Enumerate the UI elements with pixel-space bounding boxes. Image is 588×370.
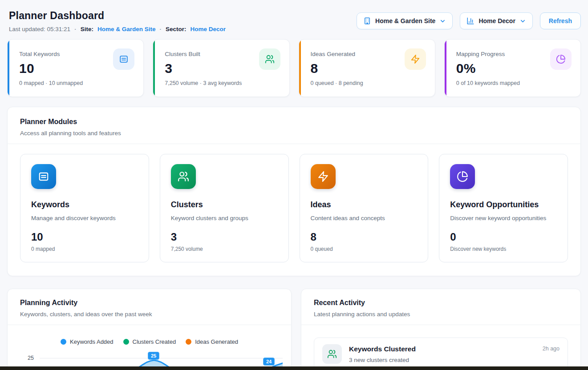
site-selector-dropdown[interactable]: Home & Garden Site <box>357 12 453 29</box>
stat-card-mapping-progress[interactable]: Mapping Progress 0% 0 of 10 keywords map… <box>444 39 581 97</box>
module-value: 8 <box>311 231 418 243</box>
stat-subtext: 0 mapped · 10 unmapped <box>19 80 133 86</box>
header-meta: Last updated: 05:31:21 · Site: Home & Ga… <box>9 26 226 32</box>
stat-subtext: 7,250 volume · 3 avg keywords <box>165 80 278 86</box>
module-value: 10 <box>31 231 138 243</box>
meta-separator: · <box>159 26 162 32</box>
module-description: Discover new keyword opportunities <box>450 215 557 221</box>
divider <box>301 325 580 325</box>
module-description: Manage and discover keywords <box>31 215 138 221</box>
stat-subtext: 0 queued · 8 pending <box>311 80 424 86</box>
module-description: Keyword clusters and groups <box>171 215 278 221</box>
sector-link[interactable]: Home Decor <box>190 26 226 32</box>
module-description: Content ideas and concepts <box>311 215 418 221</box>
activity-item-title: Keywords Clustered <box>349 345 535 353</box>
planner-modules-section: Planner Modules Access all planning tool… <box>7 107 581 276</box>
legend-dot-blue <box>61 339 66 345</box>
legend-label: Keywords Added <box>70 338 114 345</box>
data-point-label-peak: 25 <box>148 352 159 360</box>
site-link[interactable]: Home & Garden Site <box>97 26 156 32</box>
module-card-clusters[interactable]: Clusters Keyword clusters and groups 3 7… <box>160 154 289 262</box>
stat-card-total-keywords[interactable]: Total Keywords 10 0 mapped · 10 unmapped <box>7 39 144 97</box>
recent-activity-subtitle: Latest planning actions and updates <box>314 311 568 318</box>
stat-card-clusters-built[interactable]: Clusters Built 3 7,250 volume · 3 avg ke… <box>153 39 289 97</box>
activity-item-keywords-clustered[interactable]: Keywords Clustered 3 new clusters create… <box>314 338 568 370</box>
modules-section-subtitle: Access all planning tools and features <box>20 130 568 137</box>
module-title: Keyword Opportunities <box>450 200 557 209</box>
legend-dot-orange <box>186 339 191 345</box>
activity-item-timestamp: 2h ago <box>543 344 560 352</box>
stats-row: Total Keywords 10 0 mapped · 10 unmapped… <box>0 39 588 97</box>
legend-label: Clusters Created <box>133 338 176 345</box>
site-selector-label: Home & Garden Site <box>375 17 435 24</box>
planner-dashboard-page: Planner Dashboard Last updated: 05:31:21… <box>0 0 588 370</box>
module-subtext: 0 mapped <box>31 246 138 252</box>
legend-item-clusters-created[interactable]: Clusters Created <box>123 338 176 345</box>
module-title: Clusters <box>171 200 278 209</box>
pie-chart-icon <box>550 48 572 70</box>
users-icon <box>259 48 280 70</box>
planning-activity-header: Planning Activity Keywords, clusters, an… <box>8 289 291 325</box>
bottom-edge-bar <box>0 366 588 370</box>
zap-icon <box>311 164 336 189</box>
building-icon <box>363 17 371 25</box>
legend-item-ideas-generated[interactable]: Ideas Generated <box>186 338 238 345</box>
module-title: Keywords <box>31 200 138 209</box>
activity-item-description: 3 new clusters created <box>349 357 535 363</box>
module-subtext: Discover new keywords <box>450 246 557 252</box>
users-icon <box>171 164 196 189</box>
document-icon <box>113 48 134 70</box>
last-updated-text: Last updated: 05:31:21 <box>9 26 70 32</box>
planning-activity-title: Planning Activity <box>20 299 279 307</box>
data-point-label-end: 24 <box>263 358 275 366</box>
sector-label: Sector: <box>166 26 187 32</box>
recent-activity-card: Recent Activity Latest planning actions … <box>301 289 581 370</box>
modules-grid: Keywords Manage and discover keywords 10… <box>8 144 580 276</box>
stat-card-ideas-generated[interactable]: Ideas Generated 8 0 queued · 8 pending <box>299 39 435 97</box>
legend-label: Ideas Generated <box>195 338 238 345</box>
refresh-button[interactable]: Refresh <box>540 12 581 29</box>
meta-separator: · <box>74 26 77 32</box>
planning-activity-card: Planning Activity Keywords, clusters, an… <box>7 289 292 370</box>
chevron-down-icon <box>519 18 526 24</box>
module-card-keywords[interactable]: Keywords Manage and discover keywords 10… <box>20 154 149 262</box>
activity-item-body: Keywords Clustered 3 new clusters create… <box>349 344 535 363</box>
zap-icon <box>405 48 426 70</box>
planning-activity-subtitle: Keywords, clusters, and ideas over the p… <box>20 311 279 318</box>
pie-chart-icon <box>450 164 475 189</box>
users-icon <box>322 344 342 364</box>
recent-activity-title: Recent Activity <box>314 299 568 307</box>
page-header: Planner Dashboard Last updated: 05:31:21… <box>0 0 588 32</box>
module-value: 3 <box>171 231 278 243</box>
sector-selector-label: Home Decor <box>479 17 515 24</box>
module-subtext: 7,250 volume <box>171 246 278 252</box>
module-card-ideas[interactable]: Ideas Content ideas and concepts 8 0 que… <box>300 154 429 262</box>
chart-legend: Keywords Added Clusters Created Ideas Ge… <box>8 338 291 345</box>
site-label: Site: <box>81 26 93 32</box>
module-title: Ideas <box>311 200 418 209</box>
module-value: 0 <box>450 231 557 243</box>
bottom-row: Planning Activity Keywords, clusters, an… <box>0 289 588 370</box>
bar-chart-icon <box>466 17 474 25</box>
header-toolbar: Home & Garden Site Home Decor Refresh <box>357 12 581 29</box>
legend-item-keywords-added[interactable]: Keywords Added <box>61 338 114 345</box>
stat-subtext: 0 of 10 keywords mapped <box>456 80 570 86</box>
modules-section-title: Planner Modules <box>20 118 568 126</box>
sector-selector-dropdown[interactable]: Home Decor <box>460 12 532 29</box>
page-title: Planner Dashboard <box>9 10 226 22</box>
divider <box>8 325 291 325</box>
document-icon <box>31 164 56 189</box>
chevron-down-icon <box>439 18 446 24</box>
module-subtext: 0 queued <box>311 246 418 252</box>
legend-dot-green <box>123 339 129 345</box>
header-left: Planner Dashboard Last updated: 05:31:21… <box>9 10 226 32</box>
module-card-keyword-opportunities[interactable]: Keyword Opportunities Discover new keywo… <box>439 154 568 262</box>
modules-section-header: Planner Modules Access all planning tool… <box>8 107 580 144</box>
recent-activity-header: Recent Activity Latest planning actions … <box>301 289 580 325</box>
